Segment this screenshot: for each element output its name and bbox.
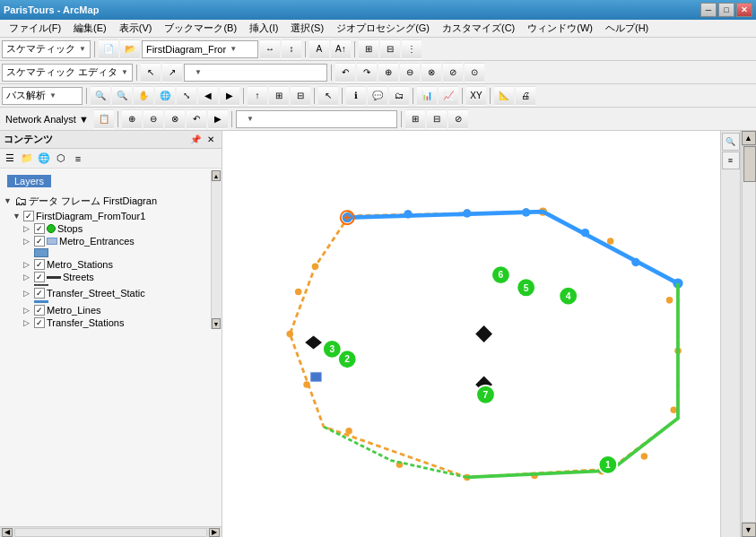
map-tool-layers[interactable]: ≡ [722, 152, 740, 169]
na-tool2[interactable]: ⊕ [122, 109, 142, 129]
panel-pin-icon[interactable]: 📌 [188, 133, 203, 147]
edit-tool8[interactable]: ⊘ [443, 63, 463, 82]
analysis-tool17[interactable]: XY [466, 86, 486, 106]
maximize-button[interactable]: □ [718, 3, 734, 17]
edit-tool5[interactable]: ⊕ [378, 63, 398, 82]
map-scroll-thumb[interactable] [743, 146, 756, 182]
menu-customize[interactable]: カスタマイズ(C) [437, 20, 520, 37]
new-btn[interactable]: 📄 [99, 39, 118, 59]
dataframe-item[interactable]: ▼ 🗂 データ フレーム FirstDiagran [0, 192, 211, 210]
tool6[interactable]: ⊟ [380, 39, 400, 59]
menu-geoprocessing[interactable]: ジオプロセシング(G) [331, 20, 435, 37]
streets-checkbox[interactable]: ✓ [34, 272, 45, 282]
edit-tool6[interactable]: ⊖ [400, 63, 420, 82]
metro-entrances-checkbox[interactable]: ✓ [34, 236, 45, 247]
menu-file[interactable]: ファイル(F) [4, 20, 66, 37]
tool7[interactable]: ⋮ [402, 39, 421, 59]
diagram-dropdown[interactable]: FirstDiagram_Fror ▼ [142, 40, 258, 58]
na-tool8[interactable]: ⊟ [427, 109, 447, 129]
menu-bookmark[interactable]: ブックマーク(B) [159, 20, 242, 37]
analysis-tool9[interactable]: ⊞ [269, 86, 289, 106]
edit-tool4[interactable]: ↷ [357, 63, 377, 82]
layer-stops[interactable]: ▷ ✓ Stops [22, 222, 211, 235]
map-area[interactable]: 1 2 3 4 5 6 7 [222, 131, 720, 537]
layer-metro-lines[interactable]: ▷ ✓ Metro_Lines [22, 304, 211, 316]
analysis-tool4[interactable]: 🌐 [155, 86, 175, 106]
edit-tool9[interactable]: ⊙ [465, 63, 484, 82]
tool4[interactable]: A↑ [331, 39, 351, 59]
edit-tool7[interactable]: ⊗ [421, 63, 441, 82]
toc-options-btn[interactable]: ≡ [70, 151, 86, 167]
panel-scroll-up[interactable]: ▲ [212, 170, 221, 181]
analysis-tool2[interactable]: 🔍 [112, 86, 132, 106]
analysis-tool14[interactable]: 🗂 [389, 86, 409, 106]
group-checkbox[interactable]: ✓ [23, 211, 34, 221]
tool1[interactable]: ↔ [260, 39, 280, 59]
analysis-tool18[interactable]: 📐 [494, 86, 514, 106]
layer-metro-entrances[interactable]: ▷ ✓ Metro_Entrances [22, 235, 211, 247]
edit-select-dropdown[interactable]: ▼ [184, 64, 327, 82]
analysis-tool8[interactable]: ↑ [248, 86, 267, 106]
open-btn[interactable]: 📂 [120, 39, 140, 59]
na-tool9[interactable]: ⊘ [448, 109, 468, 129]
analysis-tool11[interactable]: ↖ [318, 86, 338, 106]
na-select-dropdown[interactable]: ▼ [236, 110, 397, 128]
menu-edit[interactable]: 編集(E) [68, 20, 112, 37]
layer-group-firstdiagram[interactable]: ▼ ✓ FirstDiagram_FromTour1 [11, 210, 211, 222]
layer-streets[interactable]: ▷ ✓ Streets [22, 271, 211, 283]
analysis-tool3[interactable]: ✋ [134, 86, 153, 106]
analysis-tool16[interactable]: 📈 [439, 86, 458, 106]
edit-tool2[interactable]: ↗ [162, 63, 182, 82]
na-tool3[interactable]: ⊖ [143, 109, 163, 129]
analysis-tool1[interactable]: 🔍 [91, 86, 110, 106]
toc-globe-btn[interactable]: 🌐 [36, 151, 52, 167]
panel-scroll-down[interactable]: ▼ [212, 318, 221, 329]
close-button[interactable]: ✕ [736, 3, 752, 17]
stops-checkbox[interactable]: ✓ [34, 223, 45, 234]
menu-select[interactable]: 選択(S) [285, 20, 329, 37]
toc-folder-btn[interactable]: 📁 [19, 151, 35, 167]
menu-view[interactable]: 表示(V) [114, 20, 158, 37]
schematic-dropdown[interactable]: スケマティック ▼ [2, 40, 91, 58]
layer-transfer-stations[interactable]: ▷ ✓ Transfer_Stations [22, 316, 211, 329]
edit-tool3[interactable]: ↶ [335, 63, 355, 82]
analysis-tool15[interactable]: 📊 [417, 86, 437, 106]
analysis-tool6[interactable]: ◀ [198, 86, 218, 106]
map-scroll-down[interactable]: ▼ [742, 523, 756, 537]
na-tool5[interactable]: ↶ [187, 109, 206, 129]
na-tool6[interactable]: ▶ [208, 109, 228, 129]
tool3[interactable]: A [309, 39, 329, 59]
schematic-editor-dropdown[interactable]: スケマティック エディタ ▼ [2, 64, 133, 82]
menu-window[interactable]: ウィンドウ(W) [522, 20, 598, 37]
layer-metro-stations[interactable]: ▷ ✓ Metro_Stations [22, 258, 211, 271]
edit-tool1[interactable]: ↖ [141, 63, 161, 82]
analysis-tool13[interactable]: 💬 [368, 86, 387, 106]
toc-list-view-btn[interactable]: ☰ [2, 151, 18, 167]
panel-hscroll-left[interactable]: ◀ [2, 528, 13, 537]
analysis-tool19[interactable]: 🖨 [516, 86, 535, 106]
na-tool4[interactable]: ⊗ [165, 109, 185, 129]
analysis-tool10[interactable]: ⊟ [291, 86, 310, 106]
na-tool1[interactable]: 📋 [94, 109, 114, 129]
layer-transfer-street[interactable]: ▷ ✓ Transfer_Street_Static [22, 287, 211, 299]
tool5[interactable]: ⊞ [359, 39, 378, 59]
metro-stations-checkbox[interactable]: ✓ [34, 259, 45, 270]
menu-insert[interactable]: 挿入(I) [244, 20, 283, 37]
analysis-tool12[interactable]: ℹ [346, 86, 366, 106]
layers-tab[interactable]: Layers [7, 175, 51, 187]
transfer-stations-checkbox[interactable]: ✓ [34, 317, 45, 328]
panel-close-icon[interactable]: ✕ [204, 133, 218, 147]
minimize-button[interactable]: ─ [700, 3, 717, 17]
na-tool7[interactable]: ⊞ [405, 109, 425, 129]
map-tool-magnify[interactable]: 🔍 [722, 133, 740, 151]
analysis-tool7[interactable]: ▶ [220, 86, 239, 106]
map-scroll-up[interactable]: ▲ [742, 131, 756, 145]
transfer-street-checkbox[interactable]: ✓ [34, 288, 45, 299]
metro-lines-checkbox[interactable]: ✓ [34, 305, 45, 316]
tool2[interactable]: ↕ [282, 39, 301, 59]
analysis-tool5[interactable]: ⤡ [177, 86, 196, 106]
analysis-dropdown[interactable]: パス解析 ▼ [2, 87, 83, 105]
toc-filter-btn[interactable]: ⬡ [53, 151, 69, 167]
menu-help[interactable]: ヘルプ(H) [600, 20, 654, 37]
panel-hscroll-right[interactable]: ▶ [209, 528, 220, 537]
